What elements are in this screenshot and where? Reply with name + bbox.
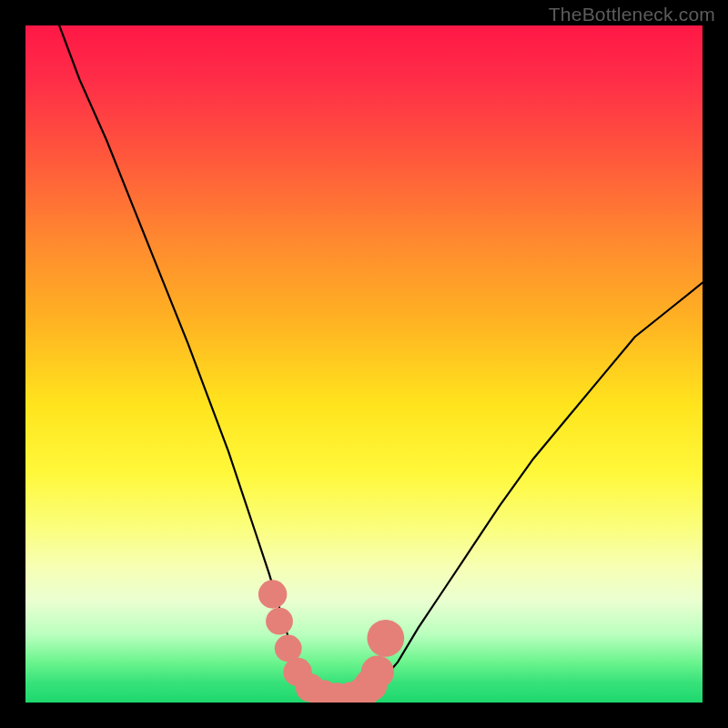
curve-marker (361, 655, 394, 688)
bottleneck-curve (59, 25, 703, 699)
chart-overlay (25, 25, 703, 703)
watermark-text: TheBottleneck.com (549, 4, 715, 25)
curve-marker (367, 620, 404, 657)
plot-area (25, 25, 703, 703)
curve-marker (258, 580, 287, 608)
curve-marker (266, 608, 293, 635)
chart-frame: TheBottleneck.com (0, 0, 728, 728)
curve-markers (258, 580, 404, 703)
